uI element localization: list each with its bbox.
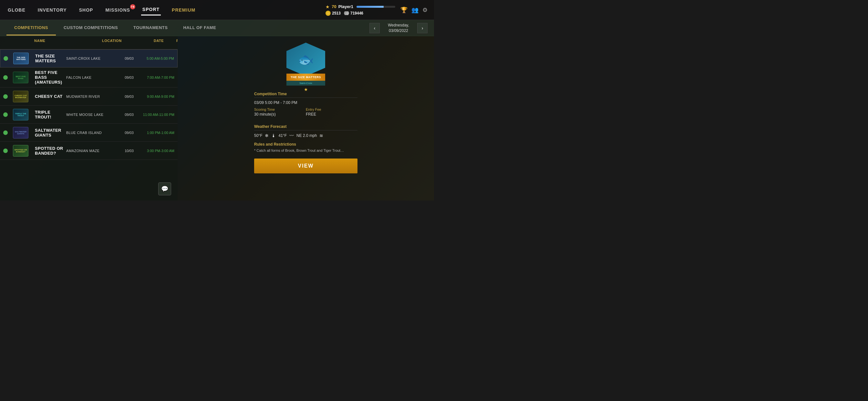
leaderboard-icon[interactable]: 🏆 [400,6,407,13]
nav-missions[interactable]: MISSIONS 78 [104,5,131,15]
competition-name: BEST FIVE BASS (AMATEURS) [32,70,66,85]
competition-time-label: Competition Time [254,92,358,96]
competition-time: 7:00 AM-7:00 PM [141,75,175,80]
table-row[interactable]: BEST FIVEBASS BEST FIVE BASS (AMATEURS) … [0,67,178,88]
tab-hall-of-fame[interactable]: HALL OF FAME [175,21,224,35]
status-indicator [4,56,8,61]
rules-text: * Catch all forms of Brook, Brown Trout … [254,148,358,153]
view-button[interactable]: VIEW [254,158,358,174]
player-star-icon: ★ [326,4,330,9]
badge-star: ★ [286,87,325,92]
competition-date: 09/03 [118,57,141,60]
hex-badge: 🐟 THE SIZE MATTERS Saint-Croix ★ [286,42,325,81]
date-next-button[interactable]: › [417,23,428,33]
table-row[interactable]: THE SIZEMATTERS THE SIZE MATTERS SAINT-C… [0,50,178,67]
detail-info: Competition Time 03/09 5:00 PM - 7:00 PM… [254,87,358,174]
player-username: Player1 [338,4,353,9]
player-level: 70 [332,4,336,9]
weather-wind-icon: 〰 [289,133,294,138]
weather-wind: NE 2.0 mph [297,133,317,138]
sub-nav-items: COMPETITIONS CUSTOM COMPETITIONS TOURNAM… [6,21,369,35]
missions-badge: 78 [130,4,135,9]
divider [254,97,358,98]
status-indicator [3,112,8,117]
weather-row: 50°F ❄ 🌡 41°F 〰 NE 2.0 mph ≋ [254,133,358,138]
competition-logo: TRIPLE THETROUT [13,109,28,120]
table-row[interactable]: CHEESY CATMUDWATER CHEESY CAT MUDWATER R… [0,88,178,105]
currency-row: 2513 719446 [326,11,395,16]
date-prev-button[interactable]: ‹ [369,23,380,33]
weather-temp2: 41°F [278,133,286,138]
competition-time-value: 03/09 5:00 PM - 7:00 PM [254,100,358,105]
weather-cold-icon: ❄ [265,133,269,138]
nav-premium[interactable]: PREMIUM [170,5,197,15]
col-header-location: Location [102,39,154,47]
competition-location: FALCON LAKE [66,75,118,80]
badge-subtitle: Saint-Croix [286,81,325,86]
tab-tournaments[interactable]: TOURNAMENTS [126,21,175,35]
left-panel: Name Location Date Registration Time THE… [0,36,178,201]
coins-display: 2513 [326,11,341,16]
status-indicator [3,130,8,135]
competition-time: 9:00 AM-9:00 PM [141,95,175,98]
settings-icon[interactable]: ⚙ [423,6,428,13]
tab-custom-competitions[interactable]: CUSTOM COMPETITIONS [56,21,126,35]
table-row[interactable]: SPOTTED ORBANDED? SPOTTED OR BANDED? AMA… [0,142,178,160]
competition-location: AMAZONIAN MAZE [66,149,118,153]
scoring-col: Scoring Time 30 minute(s) [254,107,306,119]
competition-logo: THE SIZEMATTERS [13,53,29,64]
date-display: Wednesday, 03/09/2022 [382,23,414,34]
competition-date: 09/03 [118,95,141,98]
top-icons: 🏆 👥 ⚙ [400,6,428,13]
competition-name: SALTWATER GIANTS [32,128,66,137]
nav-inventory[interactable]: INVENTORY [36,5,68,15]
rules-label: Rules and Restrictions [254,142,358,147]
competition-date: 10/03 [118,149,141,153]
competition-logo: BEST FIVEBASS [13,72,28,83]
friends-icon[interactable]: 👥 [411,6,418,13]
competition-name: THE SIZE MATTERS [33,54,66,63]
col-header-date: Date [154,39,176,47]
main-container: GLOBE INVENTORY SHOP MISSIONS 78 SPORT P… [0,0,434,201]
premium-display: 719446 [344,11,363,16]
status-indicator [3,75,8,80]
entry-fee-label: Entry Fee [306,107,358,112]
competition-location: BLUE CRAB ISLAND [66,131,118,135]
date-nav: ‹ Wednesday, 03/09/2022 › [369,23,428,34]
status-indicator [3,149,8,153]
nav-items: GLOBE INVENTORY SHOP MISSIONS 78 SPORT P… [6,4,326,16]
content-area: Name Location Date Registration Time THE… [0,36,434,201]
tab-competitions[interactable]: COMPETITIONS [6,21,56,35]
competition-logo: CHEESY CATMUDWATER [13,91,28,102]
competition-logo: SALTWATERGIANTS [13,127,28,138]
competition-name: CHEESY CAT [32,94,66,99]
competition-time: 3:00 PM-3:00 AM [141,149,175,153]
competition-location: SAINT-CROIX LAKE [66,57,118,60]
nav-shop[interactable]: SHOP [78,5,95,15]
fish-icon: 🐟 [298,52,314,67]
scoring-time-value: 30 minute(s) [254,112,306,117]
player-info: ★ 70 Player1 2513 719446 [326,4,395,16]
competition-location: WHITE MOOSE LAKE [66,113,118,117]
xp-fill [356,6,383,8]
top-right: ★ 70 Player1 2513 719446 [326,4,428,16]
nav-sport[interactable]: SPORT [141,4,161,16]
table-row[interactable]: SALTWATERGIANTS SALTWATER GIANTS BLUE CR… [0,124,178,142]
competition-time: 11:00 AM-11:00 PM [141,113,175,117]
weather-wind2-icon: ≋ [319,133,323,138]
competition-name: SPOTTED OR BANDED? [32,146,66,156]
competition-badge: 🐟 THE SIZE MATTERS Saint-Croix ★ [286,42,325,81]
col-header-name: Name [5,39,102,47]
table-row[interactable]: TRIPLE THETROUT TRIPLE TROUT! WHITE MOOS… [0,105,178,124]
competition-name: TRIPLE TROUT! [32,110,66,120]
competition-time: 1:00 PM-1:00 AM [141,131,175,135]
chat-button[interactable]: 💬 [158,182,171,195]
premium-icon [344,11,349,15]
coin-icon [326,11,331,16]
scoring-entry-row: Scoring Time 30 minute(s) Entry Fee FREE [254,107,358,119]
nav-globe[interactable]: GLOBE [6,5,27,15]
competition-date: 09/03 [118,75,141,80]
divider [254,130,358,130]
status-indicator [3,94,8,99]
competition-time: 5:00 AM-5:00 PM [141,57,174,60]
